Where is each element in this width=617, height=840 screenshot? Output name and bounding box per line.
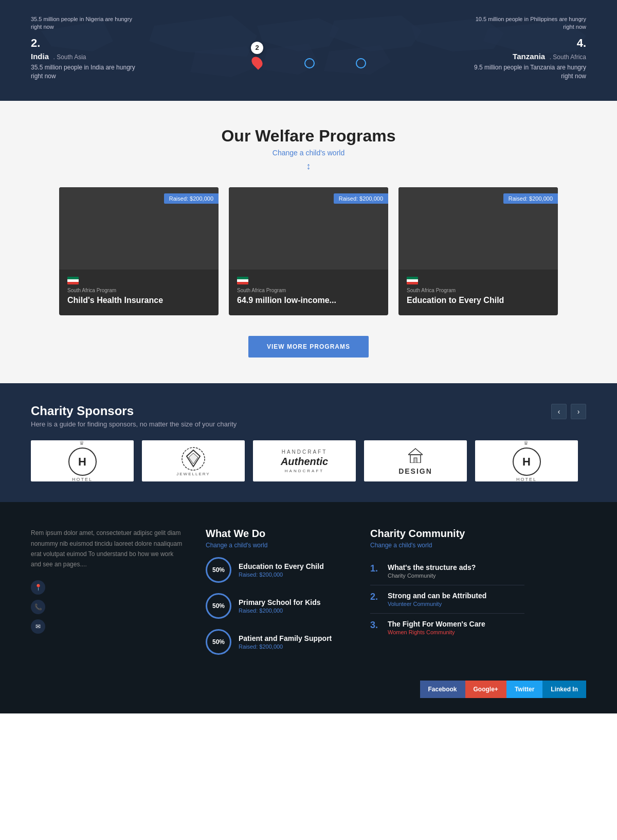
sponsors-next-btn[interactable]: › bbox=[571, 404, 586, 419]
footer-program-2-raised: Raised: $200,000 bbox=[239, 607, 320, 614]
pin-dot-blue-2 bbox=[356, 58, 366, 68]
design-building-icon bbox=[408, 446, 423, 465]
sponsors-nav: ‹ › bbox=[551, 404, 586, 419]
sponsor-card-5[interactable]: ♛ H HOTEL bbox=[475, 440, 578, 481]
contact-email: ✉ bbox=[31, 619, 185, 634]
sponsors-section: Charity Sponsors Here is a guide for fin… bbox=[0, 383, 617, 502]
footer-program-2[interactable]: 50% Primary School for Kids Raised: $200… bbox=[206, 593, 350, 619]
progress-circle-1: 50% bbox=[206, 557, 231, 583]
sponsors-header-text: Charity Sponsors Here is a guide for fin… bbox=[31, 404, 237, 428]
raised-badge-2: Raised: $200,000 bbox=[334, 193, 388, 204]
program-label-3: South Africa Program bbox=[407, 288, 550, 293]
svg-marker-4 bbox=[408, 449, 423, 455]
progress-circle-3: 50% bbox=[206, 629, 231, 655]
footer-program-1-raised: Raised: $200,000 bbox=[239, 571, 324, 578]
footer-col3-title: Charity Community bbox=[370, 528, 524, 540]
programs-grid: Raised: $200,000 South Africa Program Ch… bbox=[31, 187, 586, 315]
raised-badge-3: Raised: $200,000 bbox=[503, 193, 558, 204]
welfare-title: Our Welfare Programs bbox=[31, 127, 586, 146]
raised-badge-1: Raised: $200,000 bbox=[164, 193, 219, 204]
community-sub-1: Charity Community bbox=[388, 573, 476, 579]
sponsor-label-5: HOTEL bbox=[516, 477, 537, 482]
community-num-2: 2. bbox=[370, 592, 383, 602]
welfare-section: Our Welfare Programs Change a child's wo… bbox=[0, 101, 617, 383]
footer-program-3-name: Patient and Family Support bbox=[239, 634, 332, 642]
community-item-3[interactable]: 3. The Fight For Women's Care Women Righ… bbox=[370, 614, 524, 641]
footer-program-1[interactable]: 50% Education to Every Child Raised: $20… bbox=[206, 557, 350, 583]
footer-contact-icons: 📍 📞 ✉ bbox=[31, 580, 185, 634]
footer-col2-title: What We Do bbox=[206, 528, 350, 540]
welfare-subtitle: Change a child's world bbox=[31, 149, 586, 157]
view-more-button[interactable]: VIEW MORE PROGRAMS bbox=[248, 336, 369, 358]
pin-marker-1: 2 bbox=[251, 42, 263, 68]
sponsor-h-2: H bbox=[522, 455, 531, 469]
program-title-3: Education to Every Child bbox=[407, 295, 550, 306]
diamond-icon bbox=[180, 446, 206, 472]
location-icon: 📍 bbox=[31, 580, 45, 595]
program-card-1[interactable]: Raised: $200,000 South Africa Program Ch… bbox=[59, 187, 219, 315]
pin-dot-blue bbox=[304, 58, 315, 68]
sa-flag-1 bbox=[67, 277, 210, 284]
program-title-1: Child's Health Insurance bbox=[67, 295, 210, 306]
sponsor-card-3[interactable]: HANDCRAFT Authentic HANDCRAFT bbox=[253, 440, 356, 481]
pin-marker-2 bbox=[304, 58, 315, 68]
community-sub-2: Volunteer Community bbox=[388, 601, 486, 607]
sponsor-card-2[interactable]: JEWELLERY bbox=[142, 440, 245, 481]
footer-col-community: Charity Community Change a child's world… bbox=[370, 528, 524, 665]
sponsor-label-2: JEWELLERY bbox=[176, 472, 210, 476]
pin-marker-3 bbox=[356, 58, 366, 68]
email-icon: ✉ bbox=[31, 619, 45, 634]
footer-bottom: Facebook Google+ Twitter Linked In bbox=[31, 681, 586, 698]
footer-program-3[interactable]: 50% Patient and Family Support Raised: $… bbox=[206, 629, 350, 655]
sponsors-prev-btn[interactable]: ‹ bbox=[551, 404, 567, 419]
sponsor-authentic-bottom: HANDCRAFT bbox=[281, 469, 328, 473]
sa-flag-2 bbox=[237, 277, 380, 284]
welfare-arrows: ↕ bbox=[31, 161, 586, 172]
contact-location: 📍 bbox=[31, 580, 185, 595]
program-card-2[interactable]: Raised: $200,000 South Africa Program 64… bbox=[229, 187, 388, 315]
sponsor-card-1[interactable]: ♛ H HOTEL bbox=[31, 440, 134, 481]
program-card-3[interactable]: Raised: $200,000 South Africa Program Ed… bbox=[398, 187, 558, 315]
facebook-button[interactable]: Facebook bbox=[420, 681, 465, 698]
community-title-1: What's the structure ads? bbox=[388, 563, 476, 571]
phone-icon: 📞 bbox=[31, 600, 45, 614]
community-item-1[interactable]: 1. What's the structure ads? Charity Com… bbox=[370, 557, 524, 585]
footer-section: Rem ipsum dolor amet, consectetuer adipi… bbox=[0, 502, 617, 713]
sponsor-authentic-top: HANDCRAFT bbox=[281, 449, 328, 455]
top-text-right: 10.5 million people in Philippines are h… bbox=[473, 15, 586, 31]
community-num-3: 3. bbox=[370, 620, 383, 631]
community-title-3: The Fight For Women's Care bbox=[388, 620, 485, 628]
twitter-button[interactable]: Twitter bbox=[506, 681, 542, 698]
program-label-2: South Africa Program bbox=[237, 288, 380, 293]
google-button[interactable]: Google+ bbox=[465, 681, 506, 698]
design-text: DESIGN bbox=[398, 467, 432, 475]
map-section: 35.5 million people in Nigeria are hungr… bbox=[0, 0, 617, 101]
footer-col3-subtitle: Change a child's world bbox=[370, 542, 524, 549]
program-title-2: 64.9 million low-income... bbox=[237, 295, 380, 306]
sponsors-subtitle: Here is a guide for finding sponsors, no… bbox=[31, 420, 237, 428]
sponsors-grid: ♛ H HOTEL JEWELLERY HANDCRAFT bbox=[31, 440, 586, 481]
footer-program-2-name: Primary School for Kids bbox=[239, 598, 320, 606]
sponsor-label-1: HOTEL bbox=[72, 477, 93, 482]
svg-rect-5 bbox=[414, 458, 417, 463]
map-center: 2 bbox=[144, 37, 473, 74]
linkedin-button[interactable]: Linked In bbox=[542, 681, 586, 698]
sponsor-h-1: H bbox=[78, 455, 86, 469]
sponsors-title: Charity Sponsors bbox=[31, 404, 237, 418]
footer-body-text: Rem ipsum dolor amet, consectetuer adipi… bbox=[31, 528, 185, 570]
map-item-india: 2. India . South Asia 35.5 million peopl… bbox=[31, 37, 144, 81]
footer-col2-subtitle: Change a child's world bbox=[206, 542, 350, 549]
map-item-tanzania: 4. Tanzania . South Africa 9.5 million p… bbox=[473, 37, 586, 81]
pin-red bbox=[249, 55, 265, 70]
community-item-2[interactable]: 2. Strong and can be Attributed Voluntee… bbox=[370, 585, 524, 614]
sponsor-card-4[interactable]: DESIGN bbox=[364, 440, 467, 481]
footer-col-about: Rem ipsum dolor amet, consectetuer adipi… bbox=[31, 528, 185, 665]
top-text-left: 35.5 million people in Nigeria are hungr… bbox=[31, 15, 144, 31]
footer-col-programs: What We Do Change a child's world 50% Ed… bbox=[206, 528, 350, 665]
community-title-2: Strong and can be Attributed bbox=[388, 592, 486, 600]
footer-program-1-name: Education to Every Child bbox=[239, 562, 324, 570]
sa-flag-3 bbox=[407, 277, 550, 284]
community-num-1: 1. bbox=[370, 563, 383, 574]
program-label-1: South Africa Program bbox=[67, 288, 210, 293]
contact-phone: 📞 bbox=[31, 600, 185, 614]
